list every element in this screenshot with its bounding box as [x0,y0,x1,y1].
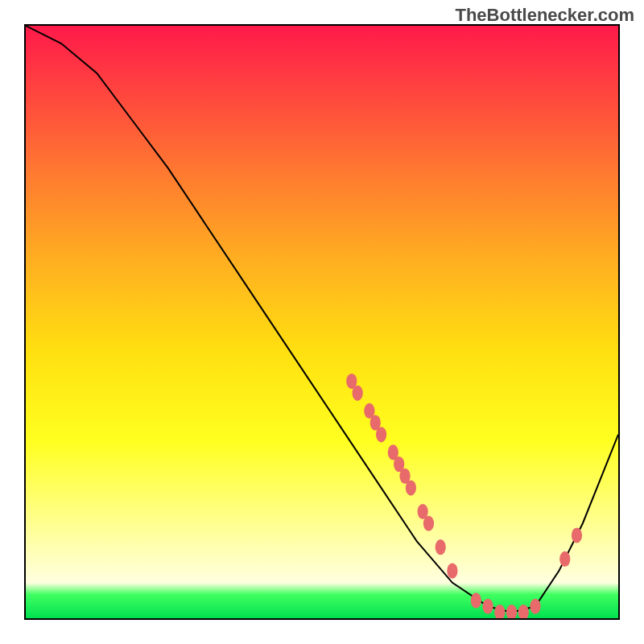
chart-svg [26,26,618,618]
data-point [471,592,481,608]
data-point [518,605,529,618]
chart-area [24,24,620,620]
data-point [482,599,493,614]
data-point [494,605,505,618]
data-point [423,516,434,531]
data-point [506,605,517,618]
main-curve [26,26,618,613]
data-point [572,527,582,543]
data-point [530,599,540,614]
data-point [559,551,570,567]
data-point [447,564,457,579]
data-markers [346,374,582,618]
data-point [376,427,386,442]
data-point [406,481,416,496]
watermark-text: TheBottlenecker.com [455,5,634,26]
data-point [353,386,363,401]
data-point [436,539,446,555]
